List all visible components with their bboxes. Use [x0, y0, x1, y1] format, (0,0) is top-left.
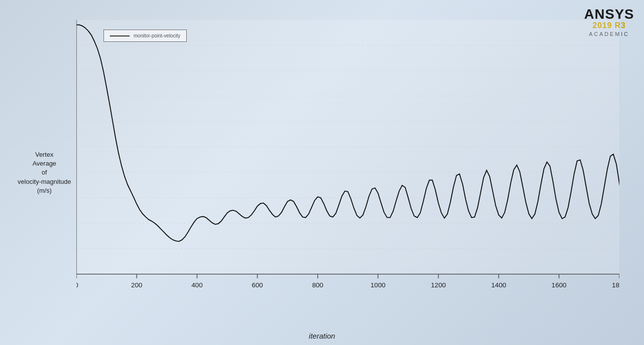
x-axis-label: iteration: [309, 332, 335, 340]
svg-text:1800: 1800: [612, 281, 619, 289]
svg-text:1400: 1400: [491, 281, 507, 289]
svg-text:800: 800: [312, 281, 323, 289]
svg-text:400: 400: [191, 281, 203, 289]
svg-text:1200: 1200: [431, 281, 446, 289]
svg-text:1600: 1600: [551, 281, 567, 289]
svg-text:0: 0: [76, 281, 78, 289]
svg-text:200: 200: [131, 281, 142, 289]
svg-text:1000: 1000: [371, 281, 386, 289]
svg-text:600: 600: [252, 281, 263, 289]
chart-svg: 0.0000 0.1000 0.2000 0.3000 0.4000 0.500…: [76, 20, 619, 310]
y-axis-label: VertexAverageofvelocity-magnitude(m/s): [15, 150, 74, 195]
ansys-title-text: ANSYS: [584, 7, 634, 21]
chart-area: 0.0000 0.1000 0.2000 0.3000 0.4000 0.500…: [76, 20, 619, 310]
svg-rect-0: [76, 20, 619, 274]
